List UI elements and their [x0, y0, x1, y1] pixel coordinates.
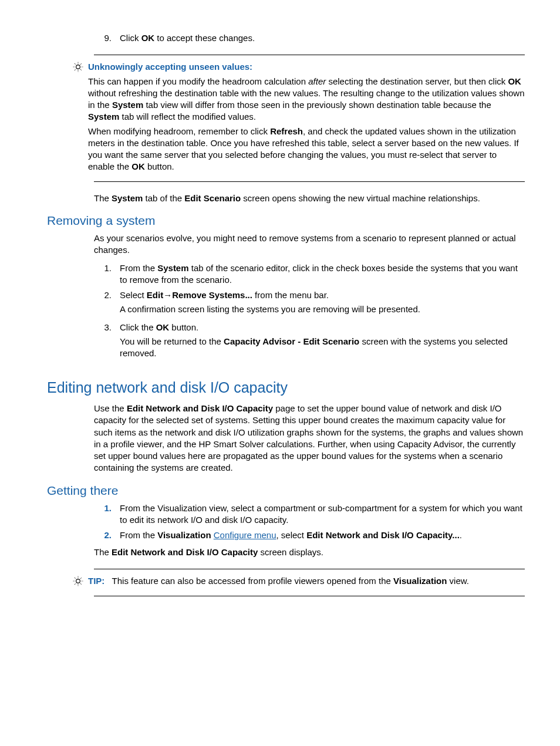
svg-line-7: [75, 69, 76, 70]
editing-after: The Edit Network and Disk I/O Capacity s…: [94, 546, 525, 558]
list-number: 9.: [94, 32, 120, 44]
svg-point-0: [76, 65, 80, 69]
svg-line-8: [80, 63, 82, 65]
svg-point-9: [76, 579, 80, 583]
heading-removing-system: Removing a system: [47, 212, 525, 229]
svg-line-17: [80, 578, 82, 579]
list-body: Click OK to accept these changes.: [120, 32, 525, 44]
step-9: 9. Click OK to accept these changes.: [94, 32, 525, 44]
svg-line-16: [75, 583, 76, 585]
svg-line-5: [75, 63, 76, 65]
svg-line-6: [80, 69, 82, 70]
tip-label: TIP:: [88, 576, 104, 586]
heading-editing-io: Editing network and disk I/O capacity: [47, 378, 525, 398]
removing-step-3: 3. Click the OK button. You will be retu…: [94, 322, 525, 366]
removing-step-2: 2. Select Edit→Remove Systems... from th…: [94, 289, 525, 322]
removing-intro: As your scenarios evolve, you might need…: [94, 232, 525, 256]
callout-para-1: This can happen if you modify the headro…: [88, 76, 525, 123]
getting-step-1: 1. From the Visualization view, select a…: [94, 502, 525, 526]
editing-intro: Use the Edit Network and Disk I/O Capaci…: [94, 403, 525, 474]
svg-line-15: [80, 583, 82, 585]
getting-step-2: 2. From the Visualization Configure menu…: [94, 529, 525, 541]
tip-icon: [68, 61, 88, 175]
callout-para-2: When modifying headroom, remember to cli…: [88, 126, 525, 173]
removing-step-1: 1. From the System tab of the scenario e…: [94, 262, 525, 286]
post-callout-text: The System tab of the Edit Scenario scre…: [94, 193, 525, 204]
heading-getting-there: Getting there: [47, 482, 525, 499]
tip-icon: [68, 575, 88, 590]
tip-callout-unseen-values: Unknowingly accepting unseen values: Thi…: [94, 55, 525, 181]
callout-title: Unknowingly accepting unseen values:: [88, 61, 525, 73]
configure-menu-link[interactable]: Configure menu: [214, 530, 276, 540]
tip-callout-feature-access: TIP: This feature can also be accessed f…: [94, 569, 525, 596]
svg-line-14: [75, 578, 76, 579]
